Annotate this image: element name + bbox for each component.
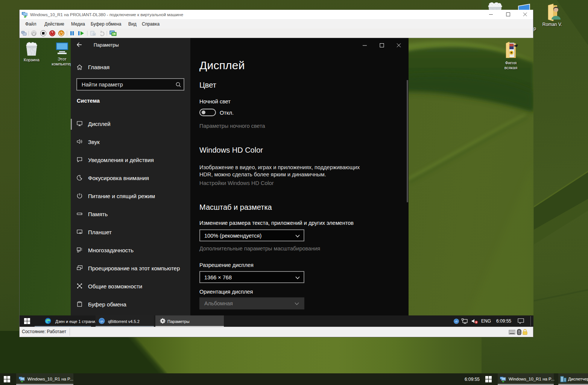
svg-text:qb: qb: [455, 320, 458, 323]
svg-text:qb: qb: [100, 320, 103, 323]
